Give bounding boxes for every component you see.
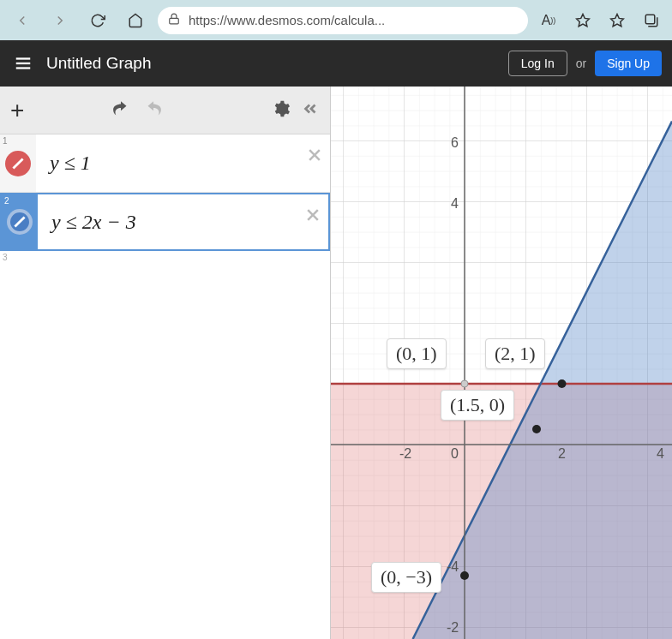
axis-tick: -2 — [399, 446, 411, 462]
point-label[interactable]: (0, 1) — [387, 338, 447, 369]
svg-line-10 — [15, 217, 24, 226]
expression-toolbar: + — [0, 87, 330, 134]
expression-index: 3 — [3, 253, 8, 262]
point-label[interactable]: (2, 1) — [485, 338, 545, 369]
svg-marker-1 — [577, 14, 590, 26]
svg-point-22 — [558, 379, 567, 388]
browser-toolbar: https://www.desmos.com/calcula... A)) — [0, 0, 672, 40]
expression-color-icon[interactable] — [7, 209, 33, 235]
svg-point-23 — [532, 425, 541, 433]
svg-point-21 — [461, 380, 468, 387]
axis-tick: 4 — [657, 446, 664, 462]
svg-line-7 — [13, 158, 22, 168]
menu-button[interactable] — [10, 51, 36, 76]
read-aloud-icon[interactable]: A)) — [535, 7, 562, 34]
undo-button[interactable] — [110, 100, 132, 121]
app-header: Untitled Graph Log In or Sign Up — [0, 40, 672, 87]
point-label[interactable]: (1.5, 0) — [441, 390, 514, 421]
lock-icon — [168, 13, 180, 27]
empty-expression-row[interactable]: 3 — [0, 251, 330, 268]
axis-tick: 2 — [558, 446, 566, 462]
expression-row[interactable]: 2 y ≤ 2x − 3 — [0, 193, 330, 251]
expression-index: 1 — [3, 136, 8, 146]
svg-marker-2 — [611, 14, 624, 26]
or-text: or — [576, 57, 586, 70]
expression-formula[interactable]: y ≤ 1 — [36, 152, 330, 175]
expression-list: 1 y ≤ 1 2 y ≤ 2x − 3 3 — [0, 134, 330, 639]
expression-sidebar: + 1 y ≤ 1 2 y — [0, 87, 331, 639]
axis-tick: -4 — [447, 559, 459, 575]
collapse-sidebar-button[interactable] — [301, 99, 320, 122]
delete-expression-button[interactable] — [306, 146, 323, 167]
graph-title[interactable]: Untitled Graph — [46, 54, 508, 73]
refresh-button[interactable] — [82, 5, 113, 36]
expression-handle[interactable]: 1 — [0, 134, 36, 192]
axis-tick: 0 — [451, 446, 459, 462]
graph-canvas[interactable]: -2 0 2 4 -4 -2 4 6 (0, 1) (2, 1) (1.5, 0… — [331, 87, 672, 639]
home-button[interactable] — [120, 5, 151, 36]
point-label[interactable]: (0, −3) — [371, 562, 441, 593]
svg-rect-0 — [170, 18, 179, 23]
back-button[interactable] — [7, 5, 38, 36]
login-button[interactable]: Log In — [508, 51, 567, 76]
svg-point-24 — [460, 571, 469, 580]
address-bar[interactable]: https://www.desmos.com/calcula... — [158, 7, 528, 34]
expression-index: 2 — [4, 196, 9, 206]
favorite-add-icon[interactable] — [569, 7, 597, 34]
expression-handle[interactable]: 2 — [2, 194, 38, 249]
expression-row[interactable]: 1 y ≤ 1 — [0, 134, 330, 193]
add-expression-button[interactable]: + — [10, 97, 41, 124]
axis-tick: 4 — [451, 196, 459, 212]
signup-button[interactable]: Sign Up — [595, 51, 662, 76]
favorites-icon[interactable] — [603, 7, 631, 34]
settings-button[interactable] — [272, 99, 291, 122]
axis-tick: 6 — [451, 135, 459, 151]
svg-rect-3 — [645, 15, 655, 24]
forward-button[interactable] — [45, 5, 75, 36]
expression-formula[interactable]: y ≤ 2x − 3 — [38, 211, 328, 234]
expression-color-icon[interactable] — [5, 151, 31, 176]
delete-expression-button[interactable] — [304, 206, 321, 227]
redo-button[interactable] — [142, 100, 165, 121]
url-text: https://www.desmos.com/calcula... — [189, 13, 385, 27]
axis-tick: -2 — [447, 620, 459, 636]
collections-icon[interactable] — [638, 7, 665, 34]
